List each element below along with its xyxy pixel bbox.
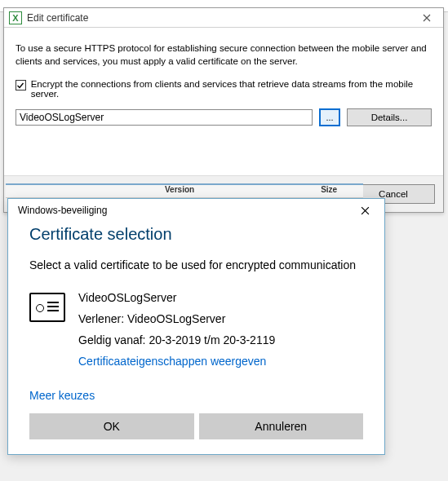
more-choices-link[interactable]: Meer keuzes [29, 389, 363, 402]
browse-button[interactable]: ... [319, 108, 340, 126]
security-subtitle: Select a valid certificate to be used fo… [29, 258, 363, 271]
certificate-item[interactable]: VideoOSLogServer Verlener: VideoOSLogSer… [29, 291, 363, 368]
security-titlebar[interactable]: Windows-beveiliging [8, 199, 384, 222]
details-button[interactable]: Details... [347, 108, 432, 126]
col-size: Size [321, 185, 337, 197]
security-title: Windows-beveiliging [18, 205, 348, 216]
cancel-button[interactable]: Annuleren [199, 413, 364, 439]
edit-cert-title: Edit certificate [27, 12, 410, 24]
edit-certificate-window: X Edit certificate To use a secure HTTPS… [3, 7, 444, 213]
app-icon: X [9, 11, 22, 24]
edit-cert-titlebar[interactable]: X Edit certificate [4, 8, 443, 28]
security-heading: Certificate selection [29, 225, 363, 244]
encrypt-label: Encrypt the connections from clients and… [31, 79, 432, 99]
certificate-properties-link[interactable]: Certificaateigenschappen weergeven [78, 355, 275, 368]
close-icon[interactable] [410, 8, 443, 27]
col-version: Version [165, 185, 194, 197]
ok-button[interactable]: OK [29, 413, 194, 439]
certificate-name: VideoOSLogServer [78, 291, 275, 304]
certificate-validity: Geldig vanaf: 20-3-2019 t/m 20-3-2119 [78, 333, 275, 346]
edit-cert-description: To use a secure HTTPS protocol for estab… [16, 42, 432, 68]
certificate-input[interactable] [16, 109, 313, 126]
certificate-issuer: Verlener: VideoOSLogServer [78, 312, 275, 325]
certificate-icon [29, 293, 65, 322]
windows-security-dialog: Windows-beveiliging Certificate selectio… [7, 198, 385, 455]
close-icon[interactable] [348, 199, 381, 222]
encrypt-checkbox[interactable] [16, 80, 26, 90]
column-header-strip: Version Size [6, 183, 363, 198]
security-button-row: OK Annuleren [29, 413, 363, 439]
